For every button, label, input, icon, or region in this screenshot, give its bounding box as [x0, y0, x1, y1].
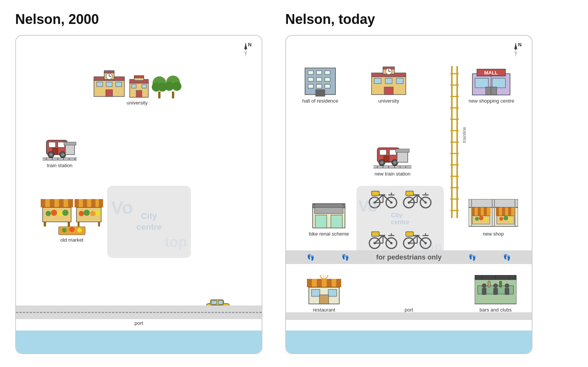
svg-line-190 — [383, 236, 391, 243]
new-shop-label: bike renal scheme — [309, 231, 349, 237]
svg-rect-257 — [488, 281, 490, 287]
svg-rect-80 — [211, 301, 217, 304]
svg-rect-222 — [508, 207, 511, 216]
svg-line-201 — [409, 236, 417, 243]
pedestrian-road-right: 👣 👣 for pedestrians only 👣 👣 — [286, 250, 532, 264]
svg-rect-23 — [136, 90, 142, 97]
svg-point-39 — [61, 153, 64, 156]
new-train-station-label: new train station — [375, 171, 411, 177]
market-stall-1 — [41, 199, 73, 226]
svg-rect-252 — [482, 288, 486, 295]
svg-rect-95 — [316, 78, 322, 81]
svg-rect-234 — [327, 279, 332, 287]
university-left: university — [92, 70, 182, 106]
svg-point-224 — [499, 217, 503, 221]
svg-text:N: N — [518, 42, 521, 47]
svg-rect-20 — [134, 76, 144, 78]
svg-rect-73 — [98, 222, 100, 226]
svg-rect-63 — [75, 199, 79, 207]
svg-rect-13 — [97, 82, 103, 87]
covered-market-building — [469, 199, 518, 229]
svg-point-70 — [90, 211, 95, 216]
water-left — [16, 331, 262, 353]
svg-point-141 — [380, 161, 383, 164]
svg-rect-22 — [142, 84, 146, 88]
svg-rect-208 — [406, 232, 413, 236]
new-shopping-centre-right: MALL new shopping centre — [469, 66, 514, 104]
svg-rect-239 — [319, 295, 329, 304]
svg-point-58 — [57, 211, 62, 216]
svg-rect-113 — [384, 87, 393, 95]
svg-point-69 — [84, 210, 90, 216]
road-left — [16, 305, 262, 319]
svg-rect-145 — [396, 149, 409, 152]
svg-rect-144 — [397, 152, 408, 162]
svg-rect-15 — [106, 82, 112, 87]
svg-rect-137 — [380, 150, 386, 155]
svg-point-251 — [482, 283, 486, 288]
svg-rect-52 — [50, 199, 54, 207]
svg-rect-214 — [484, 207, 487, 216]
svg-rect-213 — [478, 207, 481, 216]
new-covered-market-right: new shop — [469, 199, 518, 237]
svg-point-217 — [479, 216, 483, 220]
svg-rect-112 — [385, 78, 392, 84]
svg-rect-21 — [132, 84, 136, 88]
svg-point-37 — [49, 153, 52, 156]
svg-line-165 — [375, 195, 383, 202]
svg-line-177 — [409, 195, 417, 202]
svg-rect-41 — [64, 142, 76, 145]
svg-rect-100 — [316, 90, 325, 96]
svg-point-77 — [77, 228, 82, 233]
train-station-left: train station — [43, 134, 77, 169]
svg-text:🍴: 🍴 — [321, 275, 327, 278]
svg-rect-237 — [311, 289, 320, 296]
svg-rect-155 — [313, 204, 345, 208]
svg-rect-156 — [315, 207, 343, 214]
svg-text:N: N — [248, 42, 251, 47]
svg-rect-14 — [116, 82, 122, 87]
svg-rect-157 — [315, 215, 327, 228]
svg-rect-110 — [374, 78, 381, 84]
svg-rect-53 — [59, 199, 64, 207]
svg-rect-231 — [307, 279, 341, 287]
bars-building — [475, 275, 516, 305]
svg-rect-99 — [325, 84, 330, 88]
city-centre-right-label: Citycentre — [391, 212, 409, 226]
trainline-svg — [449, 66, 460, 218]
port-left-label: port — [16, 320, 262, 327]
svg-rect-238 — [328, 289, 337, 296]
restaurant-building: 🍴 — [307, 275, 341, 305]
svg-rect-60 — [44, 222, 46, 226]
svg-rect-196 — [372, 232, 379, 236]
market-basket — [57, 226, 87, 236]
university-building-right — [370, 66, 408, 96]
hall-of-residence-right: hall of residence — [301, 66, 339, 104]
compass-right: N — [507, 42, 524, 59]
new-covered-market-label: new shop — [483, 231, 504, 237]
university-left-label: university — [127, 100, 148, 106]
svg-rect-138 — [389, 150, 396, 155]
svg-marker-87 — [514, 51, 517, 57]
svg-rect-61 — [68, 222, 70, 226]
svg-point-31 — [172, 82, 181, 91]
pedestrians-label: for pedestrians only — [376, 253, 442, 261]
svg-rect-232 — [307, 279, 312, 287]
svg-rect-62 — [75, 199, 103, 207]
svg-rect-33 — [49, 142, 56, 147]
svg-rect-220 — [496, 207, 499, 216]
city-centre-left-label: Citycentre — [137, 211, 162, 233]
svg-rect-91 — [308, 71, 313, 74]
svg-point-71 — [95, 210, 101, 215]
svg-marker-1 — [244, 51, 247, 57]
svg-rect-94 — [308, 78, 313, 81]
new-shopping-centre-label: new shopping centre — [469, 98, 514, 104]
train-icon-left — [43, 134, 77, 161]
svg-rect-111 — [396, 78, 403, 84]
compass-left: N — [237, 42, 254, 59]
bike-icon-3 — [368, 229, 398, 250]
svg-rect-133 — [492, 78, 505, 88]
hall-building — [301, 66, 339, 96]
market-stall-2 — [75, 199, 103, 226]
svg-point-225 — [504, 216, 508, 220]
